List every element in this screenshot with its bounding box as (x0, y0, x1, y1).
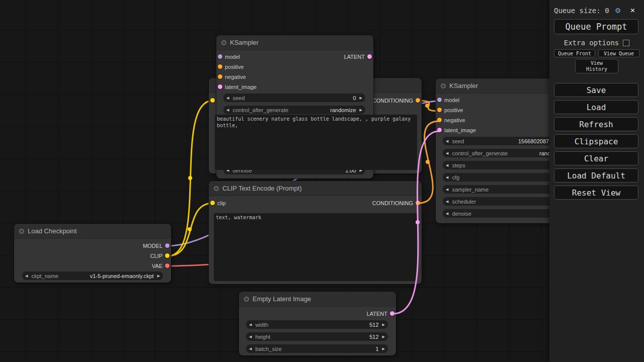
node-load-checkpoint[interactable]: Load Checkpoint MODEL CLIP VAE ◀ ckpt_na… (14, 224, 171, 283)
decrement-arrow-icon[interactable]: ◀ (226, 108, 229, 112)
extra-options-checkbox[interactable] (623, 40, 629, 46)
settings-gear-icon[interactable]: ⚙ (615, 5, 620, 15)
port-row: negative (216, 72, 373, 82)
widget-value: 0 (353, 95, 356, 101)
increment-arrow-icon[interactable]: ▶ (360, 108, 362, 112)
port-row: MODEL (14, 241, 171, 251)
positive-prompt-textarea[interactable]: beautiful scenery nature glass bottle la… (215, 115, 417, 170)
reset-view-button[interactable]: Reset View (554, 186, 638, 200)
input-port-latent-image[interactable] (437, 128, 442, 132)
widget-label: sampler_name (452, 187, 489, 193)
input-port-negative[interactable] (437, 118, 442, 122)
negative-prompt-textarea[interactable]: text, watermark (214, 213, 417, 281)
output-port-clip[interactable] (165, 253, 170, 258)
output-label: LATENT (344, 54, 365, 60)
output-port-conditioning[interactable] (416, 98, 420, 103)
input-label: latent_image (225, 84, 257, 90)
node-header[interactable]: Empty Latent Image (239, 292, 396, 307)
widget-batch-size[interactable]: ◀ batch_size 1 ▶ (246, 344, 388, 353)
decrement-arrow-icon[interactable]: ◀ (249, 335, 252, 338)
input-port-positive[interactable] (437, 108, 442, 112)
decrement-arrow-icon[interactable]: ◀ (446, 175, 448, 179)
widget-label: height (255, 334, 270, 340)
node-empty-latent-image[interactable]: Empty Latent Image LATENT ◀ width 512 ▶ … (239, 292, 396, 355)
widget-label: batch_size (255, 346, 282, 352)
node-header[interactable]: KSampler (216, 35, 373, 50)
close-icon[interactable]: ✕ (630, 6, 635, 15)
decrement-arrow-icon[interactable]: ◀ (446, 188, 448, 191)
port-row: clip CONDITIONING (209, 198, 422, 208)
output-label: CLIP (150, 253, 163, 259)
output-label: VAE (152, 263, 163, 269)
input-label: positive (444, 107, 463, 113)
load-button[interactable]: Load (554, 100, 638, 114)
view-history-button[interactable]: View History (575, 59, 618, 73)
input-port-latent-image[interactable] (218, 84, 222, 89)
input-port-model[interactable] (437, 98, 442, 102)
clear-button[interactable]: Clear (554, 151, 638, 165)
widget-label: width (255, 322, 268, 328)
port-row: LATENT (239, 309, 396, 319)
widget-seed[interactable]: ◀ seed 0 ▶ (223, 94, 365, 102)
node-clip-text-encode-negative[interactable]: CLIP Text Encode (Prompt) clip CONDITION… (209, 181, 422, 284)
clipspace-button[interactable]: Clipspace (554, 134, 638, 148)
collapse-dot[interactable] (19, 229, 24, 234)
decrement-arrow-icon[interactable]: ◀ (446, 200, 448, 203)
output-label: MODEL (143, 243, 163, 249)
decrement-arrow-icon[interactable]: ◀ (249, 347, 252, 350)
collapse-dot[interactable] (221, 40, 226, 45)
widget-height[interactable]: ◀ height 512 ▶ (246, 332, 388, 341)
prev-arrow-icon[interactable]: ◀ (25, 274, 28, 278)
node-header[interactable]: CLIP Text Encode (Prompt) (209, 181, 422, 196)
input-label: negative (444, 117, 465, 123)
decrement-arrow-icon[interactable]: ◀ (446, 139, 448, 143)
widget-label: control_after_generate (232, 107, 288, 113)
widget-ckpt-name[interactable]: ◀ ckpt_name v1-5-pruned-emaonly.ckpt ▶ (22, 272, 163, 280)
save-button[interactable]: Save (554, 83, 638, 97)
increment-arrow-icon[interactable]: ▶ (360, 96, 362, 100)
widget-control-after-generate[interactable]: ◀ control_after_generate randomize ▶ (223, 106, 365, 114)
comfy-menu: Queue size: 0 ⚙ ✕ Queue Prompt Extra opt… (549, 0, 644, 362)
output-port-vae[interactable] (165, 263, 170, 268)
widget-value: 512 (369, 322, 378, 328)
input-port-clip[interactable] (210, 98, 215, 103)
next-arrow-icon[interactable]: ▶ (157, 274, 160, 278)
node-header[interactable]: Load Checkpoint (14, 224, 171, 239)
output-label: LATENT (367, 311, 387, 317)
input-label: model (444, 97, 459, 103)
view-queue-button[interactable]: View Queue (598, 49, 639, 57)
decrement-arrow-icon[interactable]: ◀ (446, 212, 448, 215)
input-port-positive[interactable] (218, 64, 222, 69)
node-title: KSampler (230, 39, 259, 46)
increment-arrow-icon[interactable]: ▶ (382, 335, 385, 338)
input-label: model (225, 54, 240, 60)
widget-width[interactable]: ◀ width 512 ▶ (246, 320, 388, 329)
increment-arrow-icon[interactable]: ▶ (382, 347, 385, 350)
collapse-dot[interactable] (214, 186, 219, 191)
widget-label: cfg (452, 174, 459, 180)
input-port-negative[interactable] (218, 74, 222, 79)
decrement-arrow-icon[interactable]: ◀ (226, 96, 229, 100)
load-default-button[interactable]: Load Default (554, 168, 638, 183)
input-port-clip[interactable] (210, 201, 215, 205)
refresh-button[interactable]: Refresh (554, 117, 638, 131)
increment-arrow-icon[interactable]: ▶ (382, 323, 385, 326)
widget-label: seed (452, 138, 464, 144)
queue-front-button[interactable]: Queue Front (554, 49, 595, 57)
queue-prompt-button[interactable]: Queue Prompt (554, 19, 638, 34)
extra-options-label: Extra options (564, 39, 619, 47)
output-port-latent[interactable] (367, 54, 372, 59)
widget-value: 512 (369, 334, 378, 340)
input-port-model[interactable] (218, 54, 222, 59)
widget-label: scheduler (452, 199, 476, 205)
output-port-conditioning[interactable] (416, 201, 420, 205)
collapse-dot[interactable] (244, 297, 249, 302)
decrement-arrow-icon[interactable]: ◀ (249, 323, 252, 326)
output-port-model[interactable] (165, 243, 170, 248)
decrement-arrow-icon[interactable]: ◀ (446, 163, 448, 167)
widget-label: denoise (452, 211, 471, 217)
collapse-dot[interactable] (441, 83, 446, 88)
widget-label: control_after_generate (452, 150, 508, 156)
output-port-latent[interactable] (390, 311, 394, 316)
decrement-arrow-icon[interactable]: ◀ (446, 151, 448, 155)
